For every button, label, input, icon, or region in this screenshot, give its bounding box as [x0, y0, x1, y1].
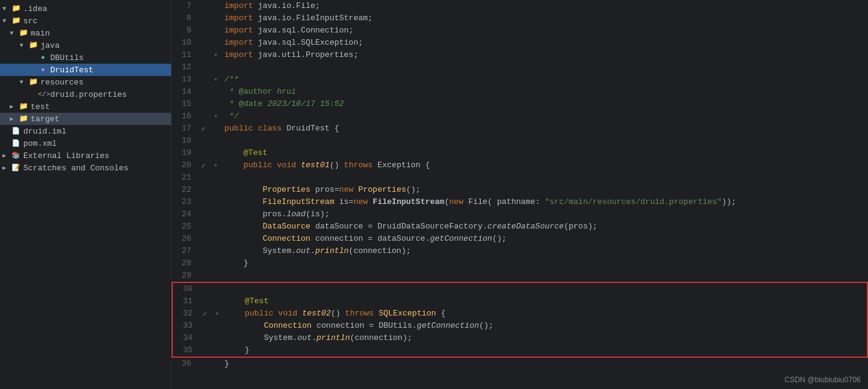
- line-content: @Test: [223, 295, 867, 308]
- sidebar-item-java[interactable]: ▼📁java: [0, 39, 171, 51]
- line-gutter: ✓: [197, 123, 210, 135]
- code-line-7: 7import java.io.File;: [172, 0, 868, 12]
- line-number: 34: [173, 332, 199, 344]
- line-content: public class DruidTest {: [222, 123, 868, 135]
- line-gutter: [199, 332, 211, 344]
- line-content: Properties pros=new Properties();: [222, 184, 868, 196]
- line-gutter: [197, 86, 210, 98]
- code-line-30: 30: [173, 283, 867, 295]
- line-number: 26: [172, 233, 197, 245]
- line-content: }: [222, 358, 868, 370]
- sidebar-item-pom.xml[interactable]: 📄pom.xml: [0, 137, 171, 149]
- sidebar-item-label: DruidTest: [50, 66, 169, 75]
- code-line-36: 36}: [172, 358, 868, 370]
- code-line-31: 31 @Test: [173, 295, 867, 308]
- line-gutter: [197, 358, 210, 370]
- sidebar-item-DBUtils[interactable]: ●DBUtils: [0, 51, 171, 64]
- line-content: Connection connection = dataSource.getCo…: [222, 233, 868, 245]
- line-gutter: [197, 25, 210, 37]
- line-number: 21: [172, 172, 197, 184]
- line-content: import java.util.Properties;: [222, 49, 868, 61]
- tree-arrow: ▶: [10, 115, 18, 123]
- tree-arrow: ▶: [10, 103, 18, 110]
- sidebar-item-resources[interactable]: ▼📁resources: [0, 76, 171, 88]
- line-gutter: [199, 320, 211, 332]
- file-icon-folder: 📁: [18, 114, 28, 124]
- fold-gutter: [210, 245, 222, 257]
- line-number: 14: [172, 86, 197, 98]
- sidebar-item-src[interactable]: ▼📁src: [0, 15, 171, 27]
- sidebar-item-idea[interactable]: ▼📁.idea: [0, 2, 171, 15]
- sidebar-item-druid.properties[interactable]: </>druid.properties: [0, 88, 171, 100]
- fold-icon[interactable]: ▾: [215, 310, 219, 317]
- fold-gutter: [211, 332, 223, 344]
- sidebar-item-label: src: [23, 17, 169, 26]
- code-line-28: 28 }: [172, 257, 868, 270]
- fold-gutter: ▾: [210, 110, 222, 123]
- line-content: */: [222, 110, 868, 123]
- fold-icon[interactable]: ▾: [214, 162, 218, 169]
- code-line-27: 27 System.out.println(connection);: [172, 245, 868, 257]
- code-line-11: 11▾import java.util.Properties;: [172, 49, 868, 61]
- sidebar-item-label: druid.iml: [23, 127, 169, 136]
- fold-gutter: [211, 283, 223, 295]
- line-number: 36: [172, 358, 197, 370]
- line-content: [222, 270, 868, 282]
- code-line-15: 15 * @date 2023/10/17 15:52: [172, 98, 868, 110]
- line-content: FileInputStream is=new FileInputStream(n…: [222, 196, 868, 208]
- file-icon-folder: 📁: [28, 77, 38, 87]
- line-number: 11: [172, 49, 197, 61]
- line-gutter: ✓: [199, 308, 211, 320]
- line-gutter: ✓: [197, 159, 210, 172]
- fold-gutter: [210, 257, 222, 270]
- tree-arrow: ▼: [2, 18, 11, 25]
- sidebar-item-label: DBUtils: [50, 53, 169, 62]
- sidebar-item-DruidTest[interactable]: ●DruidTest: [0, 64, 171, 76]
- sidebar-item-target[interactable]: ▶📁target: [0, 113, 171, 125]
- fold-gutter: ▾: [210, 159, 222, 172]
- line-content: [222, 61, 868, 74]
- sidebar-item-label: druid.properties: [50, 90, 169, 99]
- file-icon-folder-java: 📁: [28, 40, 38, 50]
- red-block-section: 30 31 @Test32✓▾ public void test02() thr…: [172, 282, 868, 358]
- fold-icon[interactable]: ▾: [214, 76, 218, 83]
- line-gutter: [197, 98, 210, 110]
- fold-icon[interactable]: ▾: [214, 51, 218, 59]
- line-number: 27: [172, 245, 197, 257]
- code-line-21: 21: [172, 172, 868, 184]
- line-content: import java.sql.SQLException;: [222, 37, 868, 49]
- line-number: 23: [172, 196, 197, 208]
- code-line-25: 25 DataSource dataSource = DruidDataSour…: [172, 221, 868, 233]
- fold-gutter: [210, 25, 222, 37]
- sidebar-item-label: .idea: [23, 4, 169, 13]
- sidebar-item-Scratches and Consoles[interactable]: ▶📝Scratches and Consoles: [0, 162, 171, 174]
- sidebar-item-label: java: [40, 41, 169, 50]
- line-number: 19: [172, 147, 197, 159]
- tree-arrow: ▼: [10, 30, 18, 37]
- sidebar-item-druid.iml[interactable]: 📄druid.iml: [0, 125, 171, 137]
- run-check-icon[interactable]: ✓: [202, 309, 207, 319]
- fold-gutter: [211, 295, 223, 308]
- line-gutter: [197, 0, 210, 12]
- sidebar-item-main[interactable]: ▼📁main: [0, 27, 171, 39]
- line-content: public void test02() throws SQLException…: [223, 308, 867, 320]
- line-content: import java.sql.Connection;: [222, 25, 868, 37]
- code-line-8: 8import java.io.FileInputStream;: [172, 12, 868, 25]
- fold-gutter: [211, 344, 223, 357]
- line-gutter: [197, 208, 210, 221]
- sidebar-item-test[interactable]: ▶📁test: [0, 100, 171, 113]
- line-content: import java.io.FileInputStream;: [222, 12, 868, 25]
- tree-arrow: ▶: [2, 164, 11, 172]
- code-line-10: 10import java.sql.SQLException;: [172, 37, 868, 49]
- file-icon-class: ●: [38, 53, 48, 62]
- fold-icon[interactable]: ▾: [214, 113, 218, 120]
- line-number: 7: [172, 0, 197, 12]
- code-line-26: 26 Connection connection = dataSource.ge…: [172, 233, 868, 245]
- run-check-icon[interactable]: ✓: [201, 124, 205, 134]
- fold-gutter: [210, 208, 222, 221]
- run-check-icon[interactable]: ✓: [201, 161, 205, 170]
- line-number: 9: [172, 25, 197, 37]
- line-number: 15: [172, 98, 197, 110]
- sidebar-item-External Libraries[interactable]: ▶📚External Libraries: [0, 149, 171, 162]
- fold-gutter: ▾: [210, 74, 222, 86]
